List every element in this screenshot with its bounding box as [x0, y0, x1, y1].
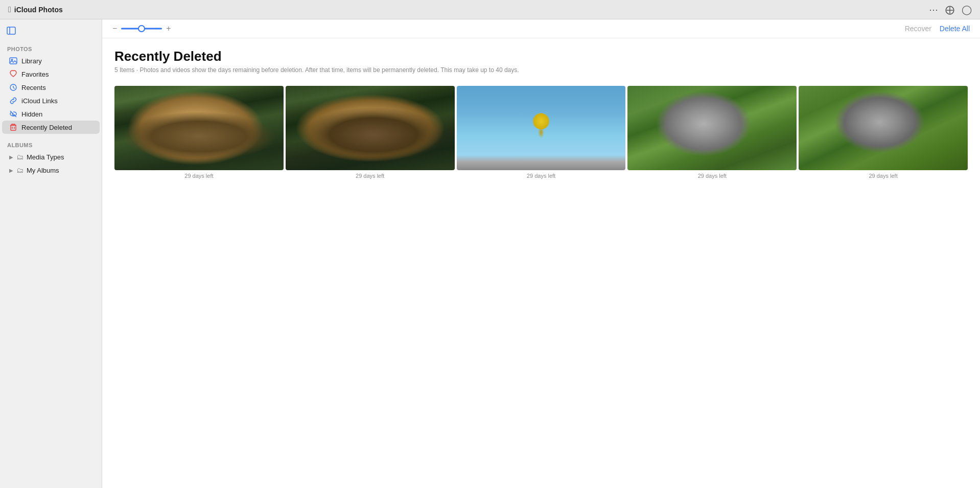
toolbar-left: − +	[112, 25, 171, 33]
duck2-image	[286, 86, 455, 170]
sidebar-item-label-recents: Recents	[21, 84, 46, 91]
eye-slash-icon	[9, 110, 17, 118]
svg-rect-0	[7, 27, 15, 34]
svg-point-3	[11, 59, 12, 60]
photo-item-duck2[interactable]: 29 days left	[286, 86, 455, 179]
sidebar-item-label-media-types: Media Types	[27, 153, 64, 161]
photo-caption-duck1: 29 days left	[114, 173, 284, 179]
zoom-slider[interactable]	[121, 25, 162, 32]
titlebar-right: ⋯ ⨁ ◯	[929, 4, 972, 15]
zoom-thumb[interactable]	[138, 25, 145, 32]
photo-thumb-bird	[457, 86, 626, 170]
chevron-right-icon: ▶	[9, 154, 13, 160]
sidebar-item-media-types[interactable]: ▶ 🗂 Media Types	[2, 150, 100, 164]
photo-item-bird[interactable]: 29 days left	[457, 86, 626, 179]
photo-item-cat1[interactable]: 29 days left	[627, 86, 797, 179]
photo-caption-bird: 29 days left	[457, 173, 626, 179]
sidebar-item-favorites[interactable]: Favorites	[2, 67, 100, 81]
photo-caption-duck2: 29 days left	[286, 173, 455, 179]
sidebar-item-library[interactable]: Library	[2, 54, 100, 67]
sidebar-item-recently-deleted[interactable]: Recently Deleted	[2, 121, 100, 134]
sidebar-toggle-button[interactable]	[0, 24, 102, 42]
delete-all-button[interactable]: Delete All	[940, 25, 970, 33]
sidebar-item-label-my-albums: My Albums	[27, 167, 59, 174]
albums-section-label: Albums	[0, 138, 102, 150]
photo-caption-cat1: 29 days left	[627, 173, 797, 179]
photo-grid: 29 days left 29 days left 29 days left	[114, 86, 968, 179]
titlebar:  iCloud Photos ⋯ ⨁ ◯	[0, 0, 980, 19]
photo-item-duck1[interactable]: 29 days left	[114, 86, 284, 179]
apple-logo-icon: 	[8, 5, 11, 14]
chevron-right-icon-2: ▶	[9, 168, 13, 173]
svg-rect-5	[11, 125, 16, 130]
sidebar-item-hidden[interactable]: Hidden	[2, 107, 100, 121]
photo-icon	[9, 57, 17, 65]
photo-thumb-cat1	[627, 86, 797, 170]
cat1-image	[627, 86, 797, 170]
sidebar-item-label-library: Library	[21, 57, 42, 65]
photo-thumb-cat2	[799, 86, 968, 170]
sidebar-toggle-icon	[6, 26, 16, 36]
page-subtitle: 5 Items · Photos and videos show the day…	[114, 66, 968, 74]
item-count: 5 Items	[114, 66, 134, 74]
recover-button[interactable]: Recover	[905, 25, 931, 33]
toolbar-right: Recover Delete All	[905, 25, 970, 33]
clock-icon	[9, 83, 17, 91]
bird-image	[457, 86, 626, 170]
photos-section-label: Photos	[0, 42, 102, 54]
sidebar-item-label-icloud-links: iCloud Links	[21, 97, 58, 105]
page-title: Recently Deleted	[114, 49, 968, 64]
photo-thumb-duck2	[286, 86, 455, 170]
folder-icon-albums: 🗂	[16, 166, 24, 174]
sidebar-item-label-recently-deleted: Recently Deleted	[21, 124, 72, 131]
trash-icon	[9, 123, 17, 131]
main-content: − + Recover Delete All Recently Deleted …	[102, 19, 980, 488]
subtitle-text: Photos and videos show the days remainin…	[139, 66, 519, 74]
titlebar-left:  iCloud Photos	[8, 5, 63, 14]
duck1-image	[114, 86, 284, 170]
content-area: Recently Deleted 5 Items · Photos and vi…	[102, 38, 980, 488]
svg-rect-2	[10, 58, 17, 64]
sidebar-item-label-favorites: Favorites	[21, 71, 49, 78]
link-icon	[9, 97, 17, 105]
sidebar-item-my-albums[interactable]: ▶ 🗂 My Albums	[2, 164, 100, 177]
sidebar-item-recents[interactable]: Recents	[2, 81, 100, 94]
zoom-in-button[interactable]: +	[166, 25, 171, 33]
add-icon[interactable]: ⨁	[945, 4, 954, 15]
heart-icon	[9, 70, 17, 78]
toolbar: − + Recover Delete All	[102, 19, 980, 38]
sidebar-item-icloud-links[interactable]: iCloud Links	[2, 94, 100, 107]
photo-item-cat2[interactable]: 29 days left	[799, 86, 968, 179]
grid-icon[interactable]: ⋯	[929, 4, 938, 15]
photo-caption-cat2: 29 days left	[799, 173, 968, 179]
sidebar-item-label-hidden: Hidden	[21, 110, 42, 118]
photo-thumb-duck1	[114, 86, 284, 170]
app-body: Photos Library Favorites	[0, 19, 980, 488]
account-icon[interactable]: ◯	[962, 4, 972, 15]
app-name: iCloud Photos	[14, 6, 63, 14]
folder-icon-media: 🗂	[16, 153, 24, 161]
zoom-out-button[interactable]: −	[112, 25, 117, 33]
cat2-image	[799, 86, 968, 170]
sidebar: Photos Library Favorites	[0, 19, 102, 488]
